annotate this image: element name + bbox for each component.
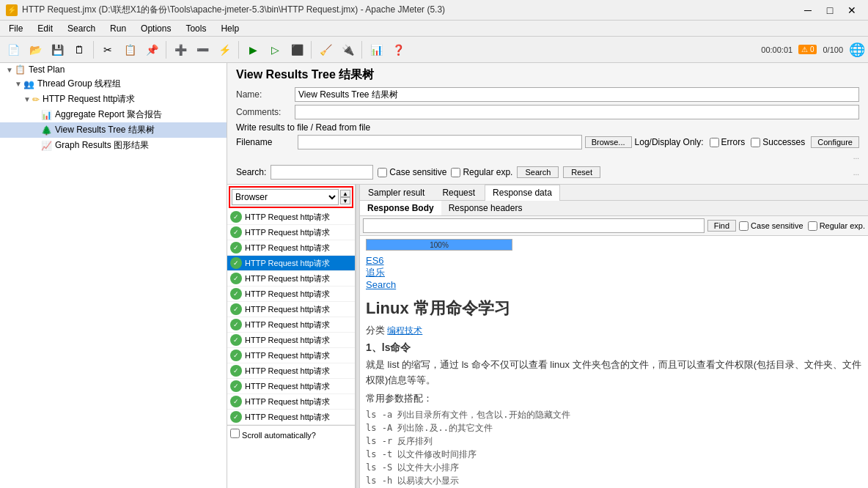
toolbar-expand[interactable]: ➕ [170,40,191,60]
name-input[interactable] [295,87,859,102]
scroll-check-label[interactable]: Scroll automatically? [230,429,316,440]
tree-item-aggregate[interactable]: 📊 Aggregate Report 聚合报告 [0,107,227,122]
main-layout: ▼ 📋 Test Plan ▼ 👥 Thread Group 线程组 ▼ ✏ H… [0,63,868,488]
toolbar-toggle[interactable]: ⚡ [214,40,235,60]
menu-options[interactable]: Options [135,22,177,35]
successes-checkbox[interactable] [751,138,760,147]
result-item[interactable]: HTTP Request http请求 [227,333,355,348]
minimize-button[interactable]: ─ [798,3,818,18]
reset-button[interactable]: Reset [563,166,600,178]
browse-button[interactable]: Browse... [585,136,632,148]
tab-response-data[interactable]: Response data [485,185,560,201]
toolbar-saveas[interactable]: 🗒 [69,40,89,60]
errors-option[interactable]: Errors [710,137,746,147]
progress-bar-container: 100% [366,239,862,251]
result-item[interactable]: HTTP Request http请求 [227,394,355,410]
link-zile[interactable]: 追乐 [366,266,862,279]
tree-item-graph[interactable]: 📈 Graph Results 图形结果 [0,138,227,153]
search-button[interactable]: Search [517,166,559,178]
param-label: 常用参数搭配： [366,391,862,407]
menu-file[interactable]: File [3,22,29,35]
menu-help[interactable]: Help [215,22,245,35]
tree-item-threadgroup[interactable]: ▼ 👥 Thread Group 线程组 [0,76,227,92]
successes-option[interactable]: Successes [751,137,805,147]
tree-item-httprequest[interactable]: ▼ ✏ HTTP Request http请求 [0,92,227,107]
filename-input[interactable] [298,135,582,149]
result-item[interactable]: HTTP Request http请求 [227,240,355,256]
find-input[interactable] [363,218,705,233]
menu-edit[interactable]: Edit [32,22,59,35]
result-label: HTTP Request http请求 [245,273,330,284]
result-label: HTTP Request http请求 [245,350,330,361]
find-case-sensitive[interactable]: Case sensitive [739,221,803,231]
result-item[interactable]: HTTP Request http请求 [227,348,355,363]
result-item[interactable]: HTTP Request http请求 [227,286,355,302]
write-results-label: Write results to file / Read from file [236,122,859,133]
close-button[interactable]: ✕ [842,3,862,18]
find-case-checkbox[interactable] [739,221,749,231]
case-sensitive-checkbox[interactable] [378,168,387,177]
toolbar-paste[interactable]: 📌 [141,40,162,60]
result-item[interactable]: HTTP Request http请求 [227,271,355,286]
toolbar-start2[interactable]: ▷ [265,40,285,60]
toolbar-copy[interactable]: 📋 [119,40,140,60]
toolbar-open[interactable]: 📂 [25,40,45,60]
toolbar-stop[interactable]: ⬛ [287,40,307,60]
find-regexp[interactable]: Regular exp. [808,221,865,231]
toolbar-help[interactable]: ❓ [388,40,408,60]
scroll-checkbox[interactable] [230,429,240,438]
testplan-icon: 📋 [15,64,26,75]
tree-item-testplan[interactable]: ▼ 📋 Test Plan [0,63,227,76]
tree-item-label: HTTP Request http请求 [43,93,136,106]
result-item[interactable]: HTTP Request http请求 [227,302,355,317]
detail-panel: Sampler result Request Response data Res… [360,185,868,488]
dots-right1: ... [236,152,859,160]
find-button[interactable]: Find [707,220,736,232]
result-label: HTTP Request http请求 [245,335,330,346]
result-item[interactable]: HTTP Request http请求 [227,317,355,333]
result-item[interactable]: HTTP Request http请求 [227,363,355,379]
tab-request[interactable]: Request [434,185,483,200]
toolbar-collapse[interactable]: ➖ [192,40,213,60]
browser-select[interactable]: Browser XML JSON Text Regexp Tester [232,189,339,205]
case-sensitive-option[interactable]: Case sensitive [378,167,446,177]
toolbar-new[interactable]: 📄 [3,40,23,60]
subtab-response-headers[interactable]: Response headers [441,201,530,215]
maximize-button[interactable]: □ [820,3,840,18]
link-search[interactable]: Search [366,279,862,290]
toolbar-remote[interactable]: 🔌 [337,40,358,60]
result-item[interactable]: HTTP Request http请求 [227,410,355,425]
result-status-icon [230,396,242,407]
arrow-down[interactable]: ▼ [340,197,350,204]
search-input[interactable] [271,165,373,180]
configure-button[interactable]: Configure [811,136,859,148]
param-item: ls -r 反序排列 [366,435,862,448]
category-link[interactable]: 编程技术 [387,325,422,336]
result-label: HTTP Request http请求 [245,258,330,269]
toolbar-start[interactable]: ▶ [243,40,263,60]
toolbar-template[interactable]: 📊 [366,40,386,60]
find-regexp-checkbox[interactable] [808,221,817,231]
result-item[interactable]: HTTP Request http请求 [227,225,355,240]
subtab-response-body[interactable]: Response Body [360,201,441,215]
toolbar-cut[interactable]: ✂ [98,40,118,60]
errors-checkbox[interactable] [710,138,719,147]
toolbar-sep4 [311,41,312,59]
regexp-checkbox[interactable] [451,168,460,177]
result-item[interactable]: HTTP Request http请求 [227,210,355,225]
menu-search[interactable]: Search [62,22,101,35]
regexp-option[interactable]: Regular exp. [451,167,512,177]
result-item[interactable]: HTTP Request http请求 [227,379,355,394]
menu-run[interactable]: Run [104,22,132,35]
tab-sampler-result[interactable]: Sampler result [360,185,433,200]
toolbar-broom[interactable]: 🧹 [315,40,336,60]
result-item[interactable]: HTTP Request http请求 [227,256,355,271]
list-heading: 1、ls命令 [366,341,862,355]
arrow-up[interactable]: ▲ [340,190,350,197]
tree-item-viewresults[interactable]: 🌲 View Results Tree 结果树 [0,122,227,138]
expand-icon: ▼ [15,80,23,88]
menu-tools[interactable]: Tools [180,22,212,35]
comments-input[interactable] [295,105,859,119]
link-es6[interactable]: ES6 [366,255,862,266]
toolbar-save[interactable]: 💾 [47,40,67,60]
